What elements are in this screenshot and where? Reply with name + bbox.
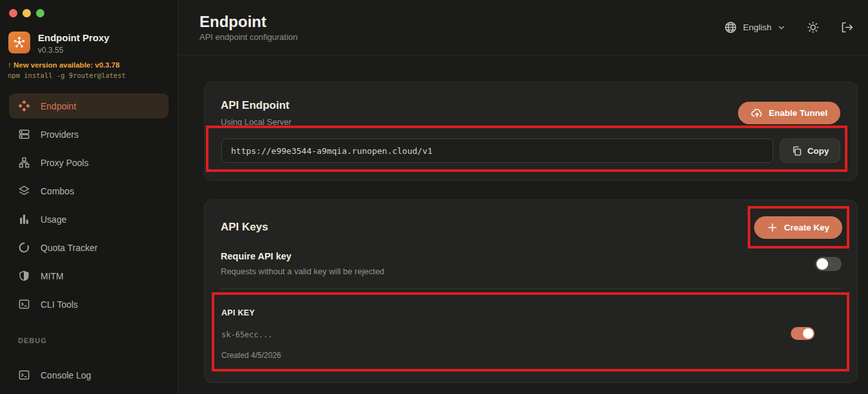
globe-icon (724, 21, 737, 34)
theme-toggle-button[interactable] (806, 21, 820, 34)
debug-section-label: DEBUG (0, 320, 178, 348)
app-title: Endpoint Proxy (38, 32, 109, 44)
sidebar-item-label: Endpoint (41, 101, 76, 111)
toggle-knob (817, 258, 828, 270)
app-brand: Endpoint Proxy v0.3.55 (0, 17, 178, 55)
usage-icon (18, 213, 30, 225)
toggle-knob (803, 328, 813, 339)
enable-tunnel-label: Enable Tunnel (769, 108, 827, 118)
terminal-icon (18, 298, 30, 310)
zoom-window-button[interactable] (36, 9, 44, 17)
page-subtitle: API endpoint configuration (199, 32, 298, 42)
copy-icon (791, 145, 802, 156)
require-api-key-toggle[interactable] (815, 257, 842, 271)
proxy-pools-icon (18, 156, 30, 169)
sun-icon (806, 21, 820, 34)
endpoint-card-subtitle: Using Local Server (221, 117, 291, 127)
app-logo-icon (8, 32, 30, 53)
close-window-button[interactable] (9, 9, 17, 17)
require-api-key-description: Requests without a valid key will be rej… (221, 267, 384, 276)
sidebar-item-label: Quota Tracker (41, 243, 98, 253)
sidebar-nav: Endpoint Providers Proxy Pools (0, 93, 178, 317)
copy-label: Copy (808, 146, 829, 156)
sidebar-item-label: Proxy Pools (41, 158, 89, 168)
plus-icon (767, 222, 778, 233)
sidebar: Endpoint Proxy v0.3.55 ↑ New version ava… (0, 0, 178, 394)
update-notice: ↑ New version available: v0.3.78 (0, 55, 178, 69)
app-version: v0.3.55 (38, 46, 109, 55)
sidebar-item-label: Console Log (41, 370, 91, 380)
create-key-button[interactable]: Create Key (754, 216, 842, 239)
sidebar-item-console-log[interactable]: Console Log (9, 362, 169, 388)
page-header: Endpoint API endpoint configuration Engl… (178, 0, 868, 55)
endpoint-icon (18, 100, 30, 112)
api-key-label: API KEY (221, 308, 255, 317)
page-title: Endpoint (199, 13, 298, 31)
create-key-label: Create Key (784, 223, 829, 232)
sidebar-item-label: Providers (41, 129, 78, 140)
logout-icon (840, 21, 854, 34)
api-keys-card: API Keys Create Key Require API key Requ… (204, 200, 858, 383)
cloud-upload-icon (751, 107, 763, 119)
main-content: Endpoint API endpoint configuration Engl… (178, 0, 868, 394)
sidebar-item-usage[interactable]: Usage (9, 207, 169, 232)
api-key-masked-value: sk-65ecc... (221, 330, 272, 339)
sidebar-item-label: Combos (41, 186, 74, 196)
sidebar-item-combos[interactable]: Combos (9, 178, 169, 203)
api-key-enabled-toggle[interactable] (791, 327, 815, 340)
providers-icon (18, 128, 30, 140)
sidebar-item-label: Usage (41, 214, 66, 225)
enable-tunnel-button[interactable]: Enable Tunnel (738, 102, 840, 124)
chevron-down-icon (777, 23, 786, 32)
quota-tracker-icon (18, 241, 30, 254)
minimize-window-button[interactable] (23, 9, 31, 17)
endpoint-url-input[interactable] (221, 138, 773, 163)
language-label: English (743, 23, 771, 32)
update-command: npm install -g 9router@latest (0, 69, 178, 79)
sidebar-item-label: MITM (41, 271, 64, 281)
combos-icon (18, 185, 30, 197)
language-selector[interactable]: English (724, 21, 786, 34)
copy-url-button[interactable]: Copy (780, 138, 840, 163)
api-keys-card-title: API Keys (221, 221, 268, 234)
sidebar-item-proxy-pools[interactable]: Proxy Pools (9, 150, 169, 175)
sidebar-item-cli-tools[interactable]: CLI Tools (9, 292, 169, 317)
window-controls (0, 0, 178, 17)
require-api-key-title: Require API key (221, 251, 291, 261)
api-endpoint-card: API Endpoint Using Local Server Enable T… (204, 82, 858, 181)
card-divider (221, 288, 841, 289)
sidebar-item-quota-tracker[interactable]: Quota Tracker (9, 235, 169, 260)
sidebar-item-mitm[interactable]: MITM (9, 263, 169, 288)
api-key-created-date: Created 4/5/2026 (221, 351, 281, 360)
mitm-shield-icon (18, 270, 30, 282)
sidebar-item-providers[interactable]: Providers (9, 122, 169, 147)
sidebar-item-label: CLI Tools (41, 299, 78, 310)
sidebar-item-endpoint[interactable]: Endpoint (9, 93, 169, 118)
terminal-icon (18, 369, 30, 381)
endpoint-card-title: API Endpoint (221, 99, 290, 112)
logout-button[interactable] (840, 21, 854, 34)
